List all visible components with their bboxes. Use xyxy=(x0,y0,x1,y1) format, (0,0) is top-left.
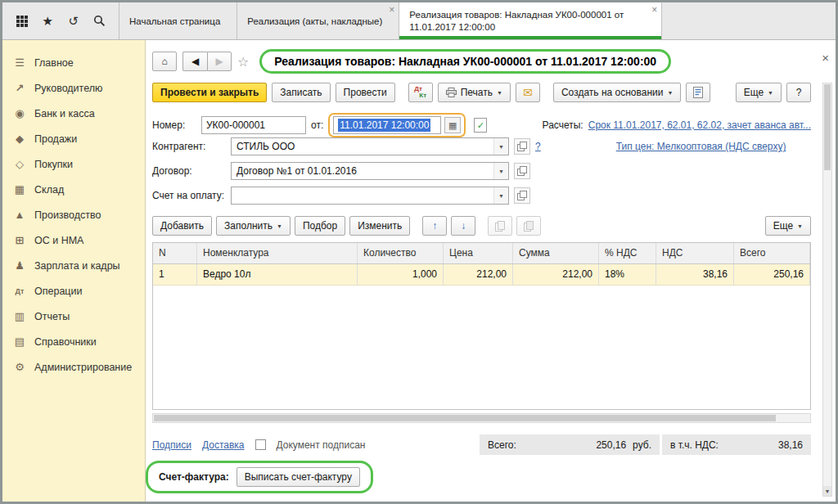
create-on-base-button[interactable]: Создать на основании ▼ xyxy=(553,83,681,102)
back-button[interactable]: ◀ xyxy=(182,52,207,71)
column-header[interactable]: Номенклатура xyxy=(197,243,358,263)
paste-rows-button[interactable] xyxy=(516,216,541,236)
open-link-icon[interactable] xyxy=(514,187,530,204)
column-header[interactable]: N xyxy=(153,243,197,263)
column-header[interactable]: % НДС xyxy=(599,243,656,263)
number-input[interactable]: УК00-000001 xyxy=(201,116,306,134)
sidebar-item-label: Покупки xyxy=(34,159,73,170)
apps-grid-icon[interactable] xyxy=(12,11,32,32)
assets-icon: ⊞ xyxy=(12,234,27,246)
chevron-down-icon[interactable]: ▼ xyxy=(493,187,508,204)
signatures-link[interactable]: Подписи xyxy=(152,439,191,451)
mail-button[interactable]: ✉ xyxy=(516,83,540,102)
move-down-button[interactable]: ↓ xyxy=(451,216,475,236)
favorites-star-icon[interactable]: ★ xyxy=(38,11,58,32)
annotation-highlight-title: Реализация товаров: Накладная УК00-00000… xyxy=(259,49,671,74)
sidebar-item-salary-hr[interactable]: ♟Зарплата и кадры xyxy=(2,253,145,278)
vat-box: в т.ч. НДС: 38,16 xyxy=(662,434,811,455)
chevron-down-icon[interactable]: ▼ xyxy=(493,163,508,179)
signed-checkbox[interactable] xyxy=(255,439,266,450)
sidebar-item-operations[interactable]: ДтОперации xyxy=(2,278,145,304)
change-button[interactable]: Изменить xyxy=(349,216,410,236)
sidebar-item-directories[interactable]: ▤Справочники xyxy=(2,329,145,354)
fill-button[interactable]: Заполнить ▼ xyxy=(216,216,291,236)
payment-invoice-combo[interactable]: ▼ xyxy=(231,187,509,205)
close-icon[interactable]: × xyxy=(651,5,657,15)
payments-link[interactable]: Срок 11.01.2017, 62.01, 62.02, зачет ава… xyxy=(588,119,811,131)
gear-icon: ⚙ xyxy=(12,361,27,373)
issue-invoice-button[interactable]: Выписать счет-фактуру xyxy=(237,467,360,487)
column-header[interactable]: Всего xyxy=(734,243,810,263)
items-more-button[interactable]: Еще ▼ xyxy=(765,216,811,236)
date-input[interactable]: 11.01.2017 12:00:00 xyxy=(333,116,441,134)
chevron-down-icon[interactable]: ▼ xyxy=(493,138,508,155)
sidebar-item-sales[interactable]: ◆Продажи xyxy=(2,126,145,151)
post-button[interactable]: Провести xyxy=(336,83,395,102)
related-documents-button[interactable] xyxy=(686,83,710,102)
number-row: Номер: УК00-000001 от: 11.01.2017 12:00:… xyxy=(152,113,811,137)
pick-button[interactable]: Подбор xyxy=(295,216,345,236)
column-header[interactable]: Сумма xyxy=(513,243,599,263)
forward-button[interactable]: ▶ xyxy=(207,52,232,71)
purchases-icon: ◇ xyxy=(12,158,27,170)
calendar-icon[interactable]: ▦ xyxy=(444,117,461,133)
vertical-scrollbar[interactable]: ▼ xyxy=(822,83,832,497)
warehouse-icon: ▦ xyxy=(12,183,27,196)
move-up-button[interactable]: ↑ xyxy=(422,216,447,236)
close-icon[interactable]: × xyxy=(822,52,829,64)
add-row-button[interactable]: Добавить xyxy=(152,216,212,236)
sidebar-item-manager[interactable]: ↗Руководителю xyxy=(2,75,145,101)
sidebar-item-main[interactable]: ☰Главное xyxy=(2,50,145,75)
post-and-close-button[interactable]: Провести и закрыть xyxy=(152,83,267,102)
column-header[interactable]: Количество xyxy=(358,243,444,263)
write-button[interactable]: Записать xyxy=(272,83,330,102)
home-button[interactable]: ⌂ xyxy=(152,52,177,71)
tab-sales-list[interactable]: Реализация (акты, накладные) × xyxy=(237,2,399,39)
cell-vat: 38,16 xyxy=(656,264,734,285)
delivery-link[interactable]: Доставка xyxy=(202,439,245,451)
print-button[interactable]: Печать ▼ xyxy=(438,83,511,102)
table-row[interactable]: 1 Ведро 10л 1,000 212,00 212,00 18% 38,1… xyxy=(153,264,810,286)
history-icon[interactable]: ↺ xyxy=(64,11,83,32)
sidebar-item-administration[interactable]: ⚙Администрирование xyxy=(2,354,145,380)
counterparty-combo[interactable]: СТИЛЬ ООО ▼ xyxy=(231,137,509,155)
counterparty-help-link[interactable]: ? xyxy=(535,141,541,152)
cell-nomenclature: Ведро 10л xyxy=(197,264,358,285)
contract-combo[interactable]: Договор №1 от 01.01.2016 ▼ xyxy=(231,162,509,180)
help-button[interactable]: ? xyxy=(786,83,811,102)
horizontal-scrollbar[interactable] xyxy=(152,413,811,423)
favorite-star-icon[interactable]: ☆ xyxy=(237,54,249,70)
annotation-highlight-invoice: Счет-фактура: Выписать счет-фактуру xyxy=(146,461,373,493)
chevron-down-icon: ▼ xyxy=(768,90,773,96)
price-type-link[interactable]: Тип цен: Мелкооптовая (НДС сверху) xyxy=(616,141,786,152)
more-button[interactable]: Еще ▼ xyxy=(736,83,782,102)
copy-rows-button[interactable] xyxy=(488,216,512,236)
sidebar-item-reports[interactable]: ▥Отчеты xyxy=(2,304,145,329)
dtkt-postings-button[interactable]: ДтКт xyxy=(408,83,433,102)
items-more-label: Еще xyxy=(773,220,793,232)
column-header[interactable]: Цена xyxy=(444,243,513,263)
scrollbar-thumb[interactable] xyxy=(154,415,776,421)
search-icon[interactable] xyxy=(90,11,110,32)
sidebar-item-purchases[interactable]: ◇Покупки xyxy=(2,151,145,177)
cell-sum: 212,00 xyxy=(513,264,599,285)
tab-home[interactable]: Начальная страница xyxy=(119,2,237,39)
printer-icon xyxy=(446,88,457,97)
scrollbar-thumb[interactable] xyxy=(824,84,831,170)
number-label: Номер: xyxy=(152,119,196,131)
column-header[interactable]: НДС xyxy=(656,243,734,263)
close-icon[interactable]: × xyxy=(389,5,394,15)
chevron-down-icon: ▼ xyxy=(797,223,803,229)
sidebar-item-bank-cash[interactable]: ◉Банк и касса xyxy=(2,101,145,126)
menu-icon: ☰ xyxy=(12,56,27,69)
payment-invoice-label: Счет на оплату: xyxy=(152,190,226,201)
scroll-down-arrow-icon[interactable]: ▼ xyxy=(823,486,831,496)
tab-sales-document-label: Реализация товаров: Накладная УК00-00000… xyxy=(409,9,645,34)
tab-sales-document[interactable]: Реализация товаров: Накладная УК00-00000… xyxy=(399,2,662,39)
sidebar-item-warehouse[interactable]: ▦Склад xyxy=(2,177,145,202)
open-link-icon[interactable] xyxy=(514,138,530,155)
sidebar-item-production[interactable]: ▲Производство xyxy=(2,202,145,227)
open-link-icon[interactable] xyxy=(514,163,530,179)
sidebar-item-fixed-assets[interactable]: ⊞ОС и НМА xyxy=(2,227,145,253)
contract-label: Договор: xyxy=(152,165,226,177)
